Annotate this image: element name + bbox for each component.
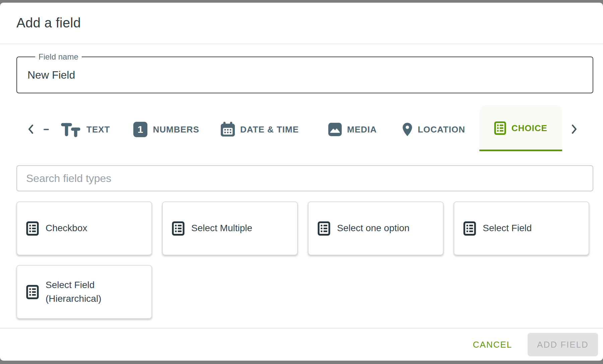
field-type-label: Select Multiple	[191, 221, 252, 235]
tab-label: LOCATION	[418, 124, 465, 135]
add-field-dialog: Add a field Field name TEXT	[0, 3, 603, 361]
tab-label: TEXT	[86, 124, 110, 135]
choice-list-icon	[494, 121, 506, 135]
tabs-scroll-left-button[interactable]	[27, 124, 34, 135]
media-image-icon	[328, 123, 342, 136]
tab-text[interactable]: TEXT	[60, 122, 110, 137]
number-icon	[133, 122, 147, 137]
header-divider	[0, 43, 603, 44]
search-field-types-input[interactable]	[16, 165, 593, 191]
text-format-icon	[60, 122, 81, 137]
cancel-button[interactable]: CANCEL	[470, 340, 516, 350]
field-type-label: Select Field (Hierarchical)	[46, 278, 126, 305]
choice-list-icon	[318, 221, 330, 236]
tab-choice[interactable]: CHOICE	[479, 105, 562, 151]
tab-date-time[interactable]: DATE & TIME	[221, 122, 299, 137]
tab-media[interactable]: MEDIA	[328, 123, 377, 136]
dialog-footer: CANCEL ADD FIELD	[0, 329, 603, 361]
field-category-tabs: TEXT NUMBERS DATE & TIME	[0, 105, 603, 154]
choice-list-icon	[463, 221, 476, 236]
tabs-scroll-right-button[interactable]	[571, 124, 578, 135]
field-name-input[interactable]	[17, 57, 593, 93]
calendar-icon	[221, 122, 235, 137]
choice-list-icon	[26, 285, 39, 299]
partial-scrolled-tab-fragment[interactable]	[44, 129, 49, 130]
tab-location[interactable]: LOCATION	[402, 122, 465, 136]
field-name-group: Field name	[16, 57, 593, 93]
field-type-list: Checkbox Select Multiple	[16, 201, 589, 319]
tab-numbers[interactable]: NUMBERS	[133, 122, 199, 137]
dialog-title: Add a field	[16, 15, 81, 30]
field-type-label: Select Field	[483, 221, 532, 235]
add-field-button[interactable]: ADD FIELD	[528, 333, 598, 356]
field-type-card-select-multiple[interactable]: Select Multiple	[162, 201, 298, 255]
field-type-label: Checkbox	[46, 221, 87, 235]
choice-list-icon	[172, 221, 185, 236]
chevron-right-icon	[571, 124, 578, 135]
field-type-card-select-one-option[interactable]: Select one option	[308, 201, 444, 255]
field-type-label: Select one option	[337, 221, 409, 235]
choice-list-icon	[26, 221, 39, 236]
chevron-left-icon	[27, 124, 34, 135]
tab-label: NUMBERS	[153, 124, 199, 135]
location-pin-icon	[402, 122, 412, 136]
field-type-card-select-field-hierarchical[interactable]: Select Field (Hierarchical)	[16, 265, 152, 319]
field-type-card-checkbox[interactable]: Checkbox	[16, 201, 152, 255]
field-type-card-select-field[interactable]: Select Field	[454, 201, 589, 255]
tab-label: CHOICE	[512, 123, 547, 133]
tab-label: DATE & TIME	[240, 124, 299, 135]
tab-label: MEDIA	[347, 124, 377, 135]
